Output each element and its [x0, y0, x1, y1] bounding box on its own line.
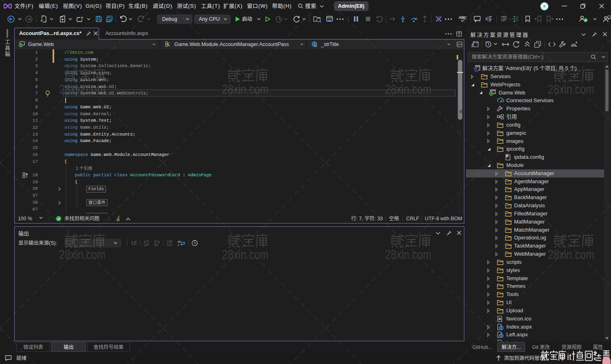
svg-text:c: c: [178, 243, 179, 247]
svg-text:ABC: ABC: [459, 15, 467, 20]
